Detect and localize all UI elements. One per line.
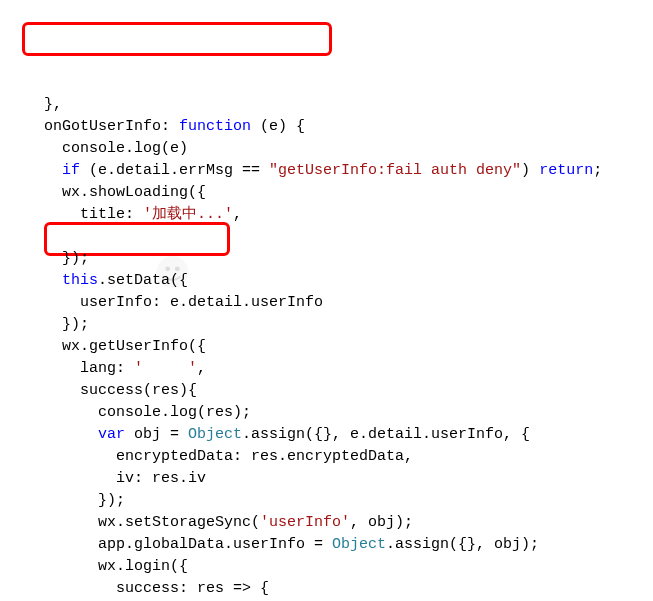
code-token: , [197, 360, 206, 377]
code-token: this [62, 272, 98, 289]
code-token: ' ' [134, 360, 197, 377]
code-token: userInfo: e.detail.userInfo [80, 294, 323, 311]
code-token: '加载中...' [143, 206, 233, 223]
code-line: console.log(res); [26, 402, 653, 424]
code-token: app.globalData.userInfo = [98, 536, 332, 553]
code-token: console.log(e) [62, 140, 188, 157]
code-line: iv: res.iv [26, 468, 653, 490]
code-token: onGotUserInfo: [44, 118, 179, 135]
code-editor: }, onGotUserInfo: function (e) { console… [0, 0, 653, 601]
code-token: wx.setStorageSync( [98, 514, 260, 531]
code-token: wx.showLoading({ [62, 184, 206, 201]
code-line: }); [26, 314, 653, 336]
code-line: app.globalData.userInfo = Object.assign(… [26, 534, 653, 556]
code-line: wx.login({ [26, 556, 653, 578]
code-token: obj = [125, 426, 188, 443]
code-token: wx.login({ [98, 558, 188, 575]
code-line: wx.showLoading({ [26, 182, 653, 204]
code-line: var obj = Object.assign({}, e.detail.use… [26, 424, 653, 446]
code-token: ; [593, 162, 602, 179]
code-token: function [179, 118, 251, 135]
code-line: }, [26, 94, 653, 116]
code-token: , [233, 206, 242, 223]
code-line: userInfo: e.detail.userInfo [26, 292, 653, 314]
code-token: }); [62, 250, 89, 267]
code-token: iv: res.iv [116, 470, 206, 487]
code-token: Object [332, 536, 386, 553]
code-token: }, [44, 96, 62, 113]
code-token: "getUserInfo:fail auth deny" [269, 162, 521, 179]
code-token: wx.getUserInfo({ [62, 338, 206, 355]
code-token: title: [80, 206, 143, 223]
code-line: encryptedData: res.encryptedData, [26, 446, 653, 468]
code-token: .assign({}, obj); [386, 536, 539, 553]
code-line: }); [26, 248, 653, 270]
code-token: encryptedData: res.encryptedData, [116, 448, 413, 465]
code-line: lang: ' ', [26, 358, 653, 380]
code-line: this.setData({ [26, 270, 653, 292]
code-line: success: res => { [26, 578, 653, 600]
code-token: var [98, 426, 125, 443]
code-token: return [539, 162, 593, 179]
code-token: success: res => { [116, 580, 269, 597]
code-token: }); [62, 316, 89, 333]
code-token: .setData({ [98, 272, 188, 289]
code-line: console.log(e) [26, 138, 653, 160]
code-line: success(res){ [26, 380, 653, 402]
code-token: Object [188, 426, 242, 443]
code-line: title: '加载中...', [26, 204, 653, 226]
code-token: , obj); [350, 514, 413, 531]
code-token: (e) { [251, 118, 305, 135]
code-token: lang: [80, 360, 134, 377]
code-token: .assign({}, e.detail.userInfo, { [242, 426, 530, 443]
code-line: wx.setStorageSync('userInfo', obj); [26, 512, 653, 534]
code-token: 'userInfo' [260, 514, 350, 531]
code-token: success(res){ [80, 382, 197, 399]
code-line [26, 226, 653, 248]
code-line: if (e.detail.errMsg == "getUserInfo:fail… [26, 160, 653, 182]
code-token: (e.detail.errMsg == [80, 162, 269, 179]
code-line: onGotUserInfo: function (e) { [26, 116, 653, 138]
code-token: if [62, 162, 80, 179]
code-line: }); [26, 490, 653, 512]
code-token: console.log(res); [98, 404, 251, 421]
code-token: ) [521, 162, 539, 179]
highlight-box-1 [22, 22, 332, 56]
code-line: wx.getUserInfo({ [26, 336, 653, 358]
code-token: }); [98, 492, 125, 509]
